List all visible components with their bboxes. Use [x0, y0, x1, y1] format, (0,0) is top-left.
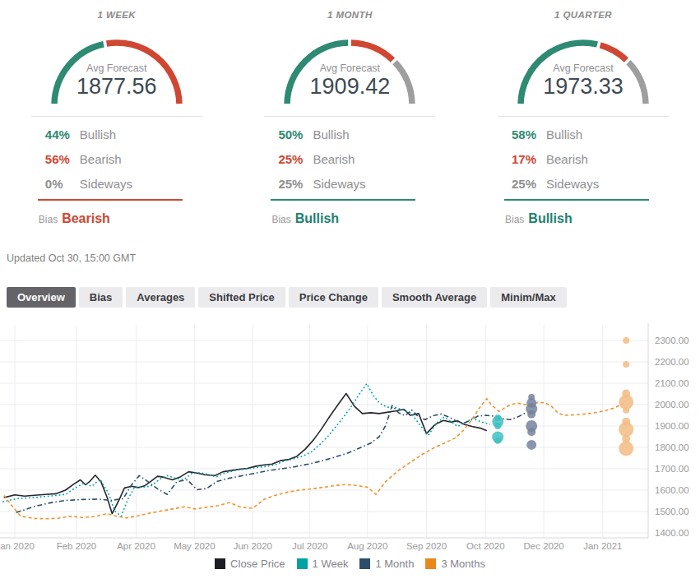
bearish-label: Bearish — [80, 152, 122, 166]
svg-text:Jan 2021: Jan 2021 — [583, 541, 622, 551]
poll-period-title: 1 WEEK — [31, 0, 202, 23]
svg-text:2000.00: 2000.00 — [655, 400, 689, 410]
sideways-label: Sideways — [546, 177, 599, 191]
bearish-percent: 17% — [512, 152, 546, 166]
tab-shifted-price[interactable]: Shifted Price — [198, 287, 285, 308]
bearish-label: Bearish — [313, 152, 355, 166]
forecast-chart[interactable]: 2300.002200.002100.002000.001900.001800.… — [0, 318, 700, 570]
legend-label: Close Price — [230, 558, 285, 570]
bias-value: Bullish — [528, 211, 572, 226]
svg-text:1600.00: 1600.00 — [655, 485, 689, 495]
column-divider — [31, 116, 202, 117]
gauge-1-quarter: Avg Forecast 1973.33 — [498, 33, 669, 109]
legend-label: 1 Month — [375, 558, 414, 570]
bullish-label: Bullish — [313, 127, 349, 141]
bullish-row: 50%Bullish — [264, 122, 435, 146]
svg-text:1900.00: 1900.00 — [655, 421, 689, 431]
bearish-label: Bearish — [546, 152, 588, 166]
legend-close-price[interactable]: Close Price — [215, 558, 285, 570]
chart-tab-bar: Overview Bias Averages Shifted Price Pri… — [7, 287, 700, 308]
bullish-percent: 58% — [512, 127, 546, 141]
tab-minim-max[interactable]: Minim/Max — [490, 287, 566, 308]
bias-underline — [38, 199, 183, 201]
legend-label: 3 Months — [441, 558, 484, 570]
close-price-swatch-icon — [215, 558, 225, 569]
svg-text:Feb 2020: Feb 2020 — [57, 541, 97, 551]
svg-text:2200.00: 2200.00 — [655, 357, 689, 367]
bearish-row: 17%Bearish — [498, 146, 669, 171]
avg-forecast-label: Avg Forecast — [498, 63, 669, 74]
sideways-row: 25%Sideways — [264, 171, 435, 196]
legend-1-month[interactable]: 1 Month — [359, 558, 414, 570]
bias-row: BiasBullish — [498, 211, 669, 226]
price-forecast-chart-canvas[interactable]: 2300.002200.002100.002000.001900.001800.… — [0, 318, 700, 557]
bullish-percent: 44% — [45, 127, 80, 141]
bias-row: BiasBearish — [31, 211, 202, 226]
svg-text:Oct 2020: Oct 2020 — [466, 541, 505, 551]
column-divider — [498, 116, 669, 117]
bias-underline — [504, 199, 649, 201]
gauge-1-month: Avg Forecast 1909.42 — [264, 33, 435, 109]
avg-forecast-value: 1973.33 — [498, 74, 669, 100]
tab-smooth-average[interactable]: Smooth Average — [382, 287, 487, 308]
bias-label: Bias — [39, 214, 58, 225]
tab-overview[interactable]: Overview — [7, 287, 76, 308]
tab-bias[interactable]: Bias — [79, 287, 123, 308]
sideways-label: Sideways — [80, 177, 132, 191]
bias-value: Bullish — [295, 211, 339, 226]
svg-text:1800.00: 1800.00 — [655, 442, 689, 452]
svg-text:Dec 2020: Dec 2020 — [524, 541, 564, 551]
bullish-row: 58%Bullish — [498, 122, 669, 146]
svg-text:1700.00: 1700.00 — [655, 464, 689, 474]
bias-value: Bearish — [62, 211, 110, 226]
poll-column-1-month: 1 MONTH Avg Forecast 1909.42 50%Bullish … — [234, 0, 467, 226]
svg-text:Jun 2020: Jun 2020 — [234, 541, 272, 551]
avg-forecast-value: 1909.42 — [264, 74, 435, 100]
bullish-label: Bullish — [80, 127, 116, 141]
svg-text:Jul 2020: Jul 2020 — [292, 541, 327, 551]
bias-underline — [271, 199, 415, 201]
forecast-poll-section: 1 WEEK Avg Forecast 1877.56 44%Bullish 5… — [0, 0, 700, 226]
svg-text:Jan 2020: Jan 2020 — [0, 541, 35, 551]
one-month-swatch-icon — [359, 558, 370, 569]
bearish-percent: 25% — [278, 152, 313, 166]
legend-1-week[interactable]: 1 Week — [297, 558, 349, 570]
bullish-percent: 50% — [278, 127, 313, 141]
sideways-label: Sideways — [313, 177, 365, 191]
gauge-1-week: Avg Forecast 1877.56 — [31, 33, 202, 109]
svg-text:Sep 2020: Sep 2020 — [406, 541, 447, 551]
svg-text:1400.00: 1400.00 — [655, 528, 689, 538]
svg-text:May 2020: May 2020 — [174, 541, 216, 551]
chart-legend: Close Price 1 Week 1 Month 3 Months — [0, 558, 700, 570]
sideways-row: 25%Sideways — [498, 171, 669, 196]
bias-label: Bias — [271, 214, 290, 225]
svg-text:2100.00: 2100.00 — [655, 378, 689, 388]
sideways-percent: 25% — [512, 177, 546, 191]
poll-column-1-quarter: 1 QUARTER Avg Forecast 1973.33 58%Bullis… — [466, 0, 700, 226]
bearish-percent: 56% — [45, 152, 80, 166]
svg-text:Aug 2020: Aug 2020 — [347, 541, 387, 551]
avg-forecast-label: Avg Forecast — [264, 63, 435, 74]
one-week-swatch-icon — [297, 558, 308, 569]
legend-label: 1 Week — [313, 558, 349, 570]
bias-label: Bias — [505, 214, 524, 225]
bearish-row: 56%Bearish — [31, 146, 202, 171]
svg-text:1500.00: 1500.00 — [655, 507, 689, 516]
avg-forecast-value: 1877.56 — [31, 74, 202, 100]
svg-text:2300.00: 2300.00 — [655, 336, 689, 345]
bullish-row: 44%Bullish — [31, 122, 202, 146]
sideways-percent: 25% — [278, 177, 313, 191]
poll-column-1-week: 1 WEEK Avg Forecast 1877.56 44%Bullish 5… — [0, 0, 234, 226]
bullish-label: Bullish — [546, 127, 582, 141]
sideways-row: 0%Sideways — [31, 171, 202, 196]
tab-averages[interactable]: Averages — [126, 287, 195, 308]
column-divider — [264, 116, 435, 117]
tab-price-change[interactable]: Price Change — [289, 287, 378, 308]
bearish-row: 25%Bearish — [264, 146, 435, 171]
legend-3-months[interactable]: 3 Months — [425, 558, 484, 570]
avg-forecast-label: Avg Forecast — [31, 63, 202, 74]
svg-text:Apr 2020: Apr 2020 — [117, 541, 155, 551]
sideways-percent: 0% — [45, 177, 80, 191]
poll-period-title: 1 MONTH — [264, 0, 435, 23]
updated-timestamp: Updated Oct 30, 15:00 GMT — [7, 252, 700, 264]
